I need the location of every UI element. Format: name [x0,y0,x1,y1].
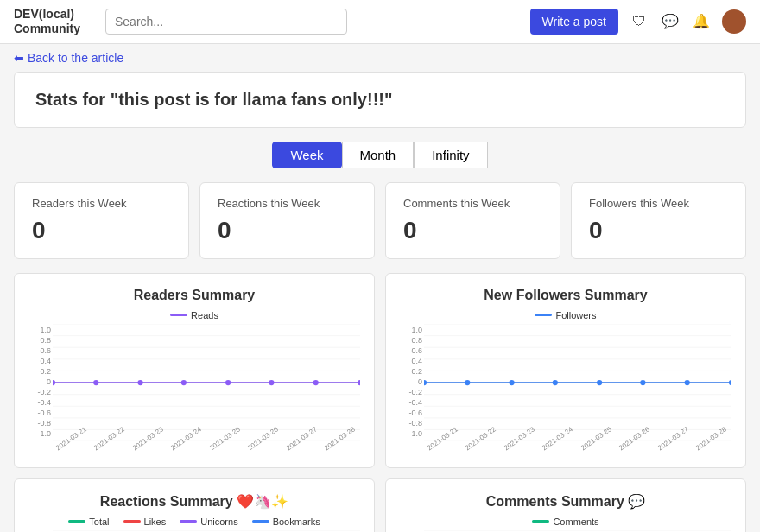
tab-week[interactable]: Week [272,142,341,168]
svg-point-35 [640,380,645,385]
readers-value: 0 [32,217,171,244]
back-link-container: ⬅ Back to the article [0,44,760,72]
total-legend-label: Total [89,516,109,527]
followers-chart-svg [424,324,732,441]
bookmarks-legend-label: Bookmarks [273,516,320,527]
svg-point-14 [181,380,187,385]
unicorns-legend-label: Unicorns [200,516,238,527]
back-link[interactable]: ⬅ Back to the article [14,51,124,65]
bookmarks-legend-item: Bookmarks [252,516,320,527]
comments-chart-panel: Comments Summary 💬 Comments 1.00.80.60.4… [385,478,746,532]
svg-point-13 [137,380,142,385]
comments-legend-label: Comments [553,516,598,527]
svg-point-30 [424,380,427,385]
logo-line2: Community [14,22,80,35]
stat-cards: Readers this Week 0 Reactions this Week … [14,182,746,259]
reactions-chart-title: Reactions Summary ❤️🦄✨ [28,493,360,510]
reads-legend-dot [170,314,187,316]
followers-value: 0 [589,217,728,244]
tab-month[interactable]: Month [342,142,415,168]
svg-point-17 [314,380,319,385]
svg-point-18 [358,380,360,385]
followers-legend-label: Followers [555,310,596,320]
svg-point-33 [553,380,558,385]
followers-chart-title: New Followers Summary [400,288,732,303]
comments-card: Comments this Week 0 [385,182,560,259]
reads-legend-label: Reads [191,310,218,320]
readers-x-labels: 2021-03-21 2021-03-22 2021-03-23 2021-03… [53,446,360,453]
reactions-card: Reactions this Week 0 [200,182,375,259]
reactions-label: Reactions this Week [218,197,357,210]
readers-label: Readers this Week [32,197,171,210]
readers-card: Readers this Week 0 [14,182,189,259]
logo: DEV(local) Community [14,7,92,36]
readers-legend: Reads [28,310,360,320]
followers-chart-panel: New Followers Summary Followers 1.00.80.… [385,273,746,468]
svg-point-11 [53,380,55,385]
readers-chart-area: 1.00.80.60.40.20-0.2-0.4-0.6-0.8-1.0 [28,324,360,453]
likes-legend-dot [124,520,141,522]
readers-chart-panel: Readers Summary Reads 1.00.80.60.40.20-0… [14,273,375,468]
chat-icon[interactable]: 💬 [660,11,681,32]
header: DEV(local) Community Write a post 🛡 💬 🔔 [0,0,760,44]
svg-point-12 [93,380,98,385]
comments-legend: Comments [400,516,732,527]
readers-chart-svg [53,324,360,441]
followers-chart-area: 1.00.80.60.40.20-0.2-0.4-0.6-0.8-1.0 [400,324,732,453]
reactions-value: 0 [218,217,357,244]
readers-chart-title: Readers Summary [28,288,360,303]
comments-legend-dot [532,520,549,522]
page-title: Stats for "this post is for llama fans o… [35,90,725,110]
stats-title-box: Stats for "this post is for llama fans o… [14,72,746,128]
followers-x-labels: 2021-03-21 2021-03-22 2021-03-23 2021-03… [424,446,732,453]
followers-legend-item: Followers [535,310,596,320]
comments-chart-title: Comments Summary 💬 [400,493,732,510]
svg-point-36 [685,380,690,385]
unicorns-legend-dot [180,520,197,522]
reactions-chart-panel: Reactions Summary ❤️🦄✨ Total Likes Unico… [14,478,375,532]
bookmarks-legend-dot [252,520,269,522]
likes-legend-item: Likes [124,516,167,527]
readers-chart-right: 2021-03-21 2021-03-22 2021-03-23 2021-03… [53,324,360,453]
tab-infinity[interactable]: Infinity [414,142,487,168]
followers-y-axis: 1.00.80.60.40.20-0.2-0.4-0.6-0.8-1.0 [400,324,424,453]
followers-legend-dot [535,314,552,316]
readers-y-axis: 1.00.80.60.40.20-0.2-0.4-0.6-0.8-1.0 [28,324,53,453]
main-content: Stats for "this post is for llama fans o… [0,72,760,532]
svg-point-34 [597,380,602,385]
likes-legend-label: Likes [144,516,167,527]
chart-panels: Readers Summary Reads 1.00.80.60.40.20-0… [14,273,746,532]
followers-card: Followers this Week 0 [571,182,746,259]
search-input[interactable] [105,9,347,35]
svg-point-15 [225,380,231,385]
comments-value: 0 [403,217,542,244]
write-post-button[interactable]: Write a post [530,9,618,35]
shield-icon[interactable]: 🛡 [629,11,649,32]
total-legend-dot [68,520,86,522]
svg-point-16 [269,380,274,385]
comments-label: Comments this Week [403,197,542,210]
avatar[interactable] [722,10,746,34]
svg-point-32 [509,380,514,385]
total-legend-item: Total [68,516,109,527]
header-icons: Write a post 🛡 💬 🔔 [530,9,746,35]
comments-legend-item: Comments [532,516,598,527]
svg-point-31 [465,380,470,385]
reads-legend-item: Reads [170,310,218,320]
reactions-legend: Total Likes Unicorns Bookmarks [28,516,360,527]
bell-icon[interactable]: 🔔 [691,11,712,32]
followers-legend: Followers [400,310,732,320]
unicorns-legend-item: Unicorns [180,516,238,527]
followers-chart-right: 2021-03-21 2021-03-22 2021-03-23 2021-03… [424,324,732,453]
followers-label: Followers this Week [589,197,728,210]
period-tabs: Week Month Infinity [14,142,746,168]
logo-line1: DEV(local) [14,7,74,21]
svg-point-37 [729,380,732,385]
